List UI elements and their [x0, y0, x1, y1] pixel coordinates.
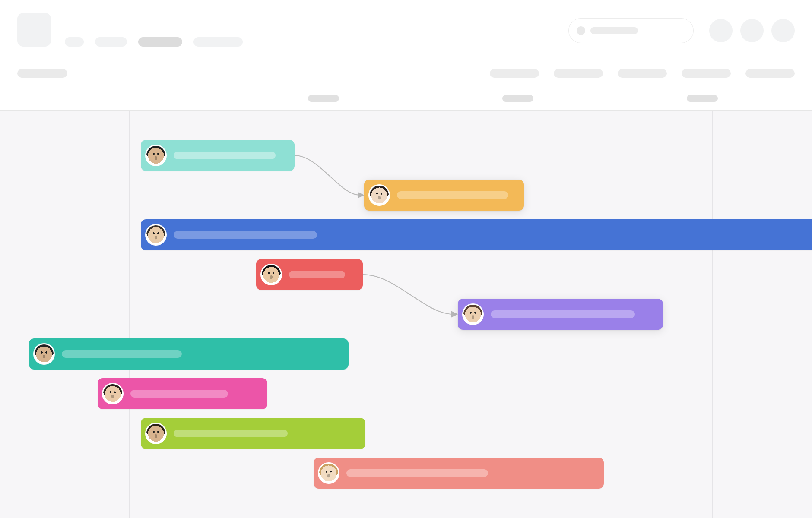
time-header-label-1 [502, 95, 533, 102]
nav-tab-2[interactable] [138, 37, 182, 47]
nav-tab-1[interactable] [95, 37, 127, 47]
header-avatar-1[interactable] [740, 19, 764, 42]
task-title [289, 271, 345, 278]
task-title [174, 152, 276, 159]
assignee-avatar[interactable] [145, 224, 167, 246]
breadcrumb[interactable] [17, 69, 67, 78]
view-tab-2[interactable] [618, 69, 667, 78]
assignee-avatar[interactable] [260, 264, 282, 285]
assignee-avatar[interactable] [462, 303, 484, 325]
task-bar[interactable] [314, 458, 604, 489]
task-title [174, 430, 288, 437]
search-input[interactable] [568, 18, 694, 43]
view-tab-4[interactable] [745, 69, 795, 78]
task-bar[interactable] [364, 180, 524, 211]
dependency-arrowhead [452, 312, 457, 317]
nav-tab-0[interactable] [65, 37, 84, 47]
view-tab-0[interactable] [490, 69, 539, 78]
task-title [174, 231, 317, 239]
assignee-avatar[interactable] [318, 462, 339, 484]
header-avatar-2[interactable] [771, 19, 795, 42]
task-bar[interactable] [141, 418, 365, 449]
app-logo[interactable] [17, 13, 51, 47]
task-title [130, 390, 228, 398]
top-bar [0, 0, 812, 60]
assignee-avatar[interactable] [368, 184, 390, 206]
assignee-avatar[interactable] [145, 423, 167, 444]
search-icon [577, 26, 585, 35]
task-bar[interactable] [98, 378, 267, 409]
nav-tab-3[interactable] [193, 37, 243, 47]
timeline-header [0, 86, 812, 111]
assignee-avatar[interactable] [145, 145, 167, 166]
dependency-arrowhead [358, 193, 363, 198]
task-title [491, 310, 635, 318]
task-bar[interactable] [458, 299, 663, 330]
task-bar[interactable] [141, 219, 812, 250]
header-avatar-0[interactable] [709, 19, 733, 42]
timeline-gridline-3 [712, 111, 713, 518]
dependency-line [363, 275, 454, 314]
assignee-avatar[interactable] [102, 383, 124, 404]
timeline-body[interactable] [0, 111, 812, 518]
task-bar[interactable] [141, 140, 295, 171]
dependency-line [295, 155, 360, 195]
timeline-gridline-1 [324, 111, 324, 518]
task-bar[interactable] [256, 259, 363, 290]
task-title [397, 191, 508, 199]
timeline-gridline-0 [129, 111, 130, 518]
task-title [62, 350, 182, 358]
task-title [346, 469, 488, 477]
search-placeholder [590, 27, 638, 34]
assignee-avatar[interactable] [33, 343, 55, 365]
task-bar[interactable] [29, 338, 349, 370]
time-header-label-0 [308, 95, 339, 102]
view-tabs [490, 69, 795, 78]
dependency-layer [0, 111, 812, 518]
sub-bar [0, 60, 812, 86]
time-header-label-2 [687, 95, 718, 102]
view-tab-3[interactable] [682, 69, 731, 78]
view-tab-1[interactable] [554, 69, 603, 78]
nav-tabs [65, 37, 243, 47]
